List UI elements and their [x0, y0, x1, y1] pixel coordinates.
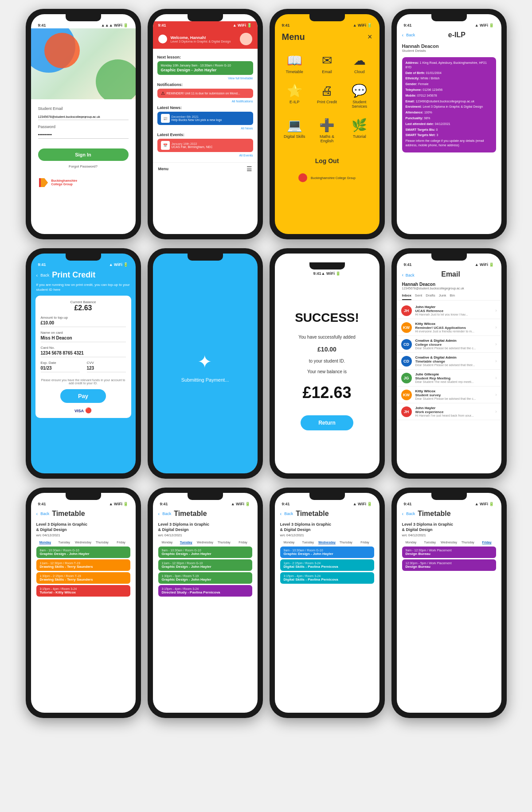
day-thursday[interactable]: Thursday [215, 541, 233, 544]
back-text[interactable]: Back [40, 273, 49, 277]
events-card[interactable]: 📅 January 16th 2022 UCAS Fair, Birmingha… [157, 139, 253, 152]
menu-item-student-services[interactable]: 💬 Student Services [343, 79, 376, 114]
tab-inbox[interactable]: Inbox [402, 292, 411, 300]
success-msg3: Your new balance is [307, 368, 347, 375]
signal: ▲ WiFi 🔋 [475, 502, 494, 506]
latest-events-label: Latest Events: [157, 133, 253, 137]
day-monday[interactable]: Monday [158, 541, 176, 544]
art-shape-green [96, 59, 136, 99]
chevron-right-icon: › [495, 375, 497, 380]
menu-item-timetable[interactable]: 📖 Timetable [278, 49, 311, 79]
menu-item-cloud[interactable]: ☁ Cloud [343, 49, 376, 79]
time: 9:41 [313, 271, 321, 276]
back-text[interactable]: Back [162, 511, 171, 516]
status-bar: 9:41 ▲ WiFi 🔋 [397, 21, 501, 28]
event-date: January 16th 2022 [172, 142, 213, 145]
email-item-5[interactable]: JG Julie Gillespie Student Rep Meeting D… [397, 370, 501, 386]
email-sender-6: Kitty Wilcox [415, 389, 492, 393]
screen-eilp: 9:41 ▲ WiFi 🔋 ‹ Back e-ILP Hannah Deacon… [397, 14, 501, 234]
email-item-7[interactable]: JH John Hayler Work experience Hi Hannah… [397, 403, 501, 420]
email-preview-7: Hi Hannah I've just heard back from your… [415, 414, 492, 417]
eilp-title: e-ILP [418, 31, 496, 39]
signal: ▲ WiFi 🔋 [231, 502, 250, 506]
day-tuesday[interactable]: Tuesday [177, 541, 195, 544]
email-user-addr: 12345678@student.buckscollegegroup.ac.uk [402, 287, 496, 290]
return-button[interactable]: Return [301, 415, 353, 430]
day-tuesday[interactable]: Tuesday [55, 541, 73, 544]
notification-card[interactable]: ⚠ REMINDER! Unit 11 is due for submissio… [157, 89, 253, 98]
day-monday[interactable]: Monday [36, 541, 55, 544]
back-text[interactable]: Back [40, 511, 49, 516]
back-text[interactable]: Back [406, 273, 415, 277]
news-card[interactable]: 📰 December 6th 2021 Help Bucks New Uni p… [157, 112, 253, 125]
email-item-4[interactable]: CD Creative & Digital Admin Timetable ch… [397, 353, 501, 370]
top-up-row: Amount to top-up £10.00 [41, 316, 126, 327]
forgot-password[interactable]: Forgot Password? [38, 164, 129, 168]
menu-item-digital-skills[interactable]: 💻 Digital Skills [278, 114, 311, 148]
password-input[interactable] [38, 131, 129, 139]
menu-item-print[interactable]: 🖨 Print Credit [311, 79, 343, 114]
screen-timetable-monday: 9:41 ▲ WiFi 🔋 ‹ Back Timetable Level 3 D… [31, 493, 136, 713]
day-thursday[interactable]: Thursday [459, 541, 477, 544]
email-item-1[interactable]: JH John Hayler UCAS Reference Hi Hannah … [397, 302, 501, 319]
timetable-header: ‹ Back Timetable [153, 507, 258, 520]
name-label: Name on card [41, 331, 126, 335]
day-friday[interactable]: Friday [478, 541, 496, 544]
day-thursday[interactable]: Thursday [93, 541, 111, 544]
email-input[interactable] [38, 114, 129, 120]
eilp-student-role: Student Details [402, 49, 496, 53]
close-icon[interactable]: × [368, 32, 372, 42]
day-wednesday[interactable]: Wednesday [318, 541, 336, 544]
day-monday[interactable]: Monday [280, 541, 298, 544]
day-wednesday[interactable]: Wednesday [74, 541, 92, 544]
tab-sent[interactable]: Sent [415, 292, 422, 300]
phone-login: 9:41 ▲▲▲ WiFi 🔋 Student Email Password S… [26, 9, 141, 239]
menu-item-eilp[interactable]: ⭐ E-ILP [278, 79, 311, 114]
email-item-3[interactable]: CD Creative & Digital Admin College clos… [397, 336, 501, 353]
day-friday[interactable]: Friday [234, 541, 252, 544]
lesson-1-time: 9am - 10:30am / Room G-10 [162, 549, 249, 552]
hamburger-icon[interactable]: ☰ [246, 165, 252, 172]
header-logo [158, 35, 167, 43]
chevron-right-icon: › [495, 359, 497, 363]
view-timetable-link[interactable]: View full timetable [157, 77, 253, 80]
tab-drafts[interactable]: Drafts [426, 292, 435, 300]
email-subject-4: Timetable change [415, 359, 492, 363]
day-tuesday[interactable]: Tuesday [421, 541, 439, 544]
welcome-title: Welcome, Hannah! [171, 35, 236, 40]
menu-item-maths-english[interactable]: ➕ Maths & English [311, 114, 343, 148]
lesson-2: 11am - 12:30pm / Room T-19 Drawing Skill… [36, 559, 130, 571]
day-friday[interactable]: Friday [356, 541, 374, 544]
back-text[interactable]: Back [406, 511, 415, 516]
logout-button[interactable]: Log Out [275, 152, 379, 170]
day-friday[interactable]: Friday [112, 541, 130, 544]
day-tuesday[interactable]: Tuesday [299, 541, 317, 544]
day-wednesday[interactable]: Wednesday [440, 541, 458, 544]
menu-item-tutorial[interactable]: 🌿 Tutorial [343, 114, 376, 148]
eilp-punctuality: Punctuality: 98% [406, 116, 493, 121]
day-monday[interactable]: Monday [402, 541, 420, 544]
email-subject-6: Student survey [415, 393, 492, 397]
lesson-2-time: 12:30pm - 5pm / Work Placement [406, 562, 493, 565]
back-text[interactable]: Back [284, 511, 293, 516]
next-lesson-card[interactable]: Monday 10th January 9am - 10:30am / Room… [157, 61, 253, 75]
sign-in-button[interactable]: Sign In [38, 148, 129, 161]
day-wednesday[interactable]: Wednesday [196, 541, 214, 544]
pay-button[interactable]: Pay [60, 389, 106, 403]
bottom-nav: Menu ☰ [153, 162, 258, 175]
phone-email: 9:41 ▲ WiFi 🔋 ‹ Back Email Hannah Deacon… [391, 248, 507, 479]
tab-bin[interactable]: Bin [450, 292, 455, 300]
card-logos: VISA 🔴 [41, 407, 126, 414]
email-item-2[interactable]: KW Kitty Wilcox Reminder! UCAS Applicati… [397, 319, 501, 336]
email-item-6[interactable]: KW Kitty Wilcox Student survey Dear Stud… [397, 386, 501, 403]
all-news-link[interactable]: All News [157, 127, 253, 130]
screen-success: 9:41 ▲ WiFi 🔋 SUCCESS! You have successf… [275, 254, 379, 473]
day-thursday[interactable]: Thursday [337, 541, 355, 544]
all-notifications-link[interactable]: All Notifications [157, 100, 253, 103]
all-events-link[interactable]: All Events [157, 154, 253, 157]
email-sender-4: Creative & Digital Admin [415, 355, 492, 359]
back-text[interactable]: Back [406, 33, 415, 37]
menu-item-email[interactable]: ✉ Email [311, 49, 343, 79]
tab-junk[interactable]: Junk [439, 292, 446, 300]
screen-menu: 9:41 ▲ WiFi 🔋 Menu × 📖 Timetable ✉ Email… [275, 14, 379, 234]
